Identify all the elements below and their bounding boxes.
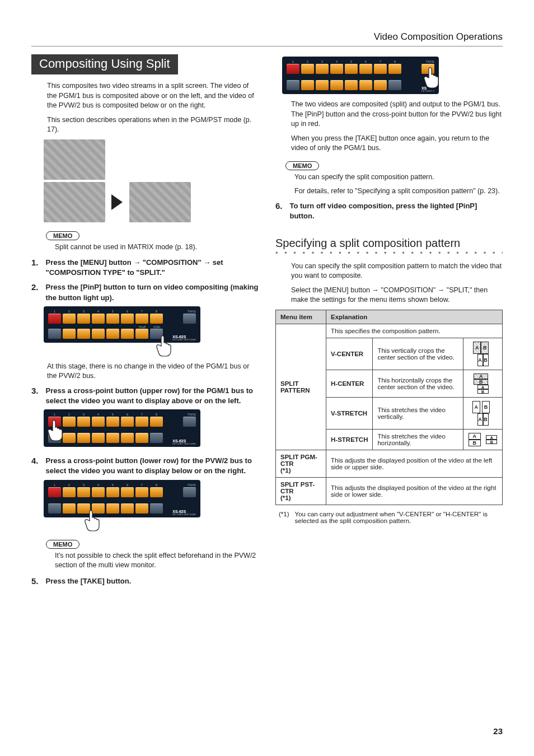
dotted-rule: • • • • • • • • • • • • • • • • • • • • …	[275, 249, 503, 257]
spec-intro-1: You can specify the split composition pa…	[291, 262, 503, 281]
hand-pointer-icon	[153, 335, 174, 357]
switcher-figure-step5: 12345678TAKE XSHD VIDEO S	[282, 57, 439, 94]
hand-pointer-icon	[45, 419, 65, 442]
device-model-label: XS-62SHD VIDEO SWITCHER	[172, 335, 196, 341]
section-header: Video Composition Operations	[31, 31, 503, 46]
arrow-right-icon	[111, 194, 123, 210]
step-5-text: Press the [TAKE] button.	[45, 576, 258, 586]
memo-badge: MEMO	[46, 540, 79, 549]
step-number: 2.	[31, 282, 44, 292]
cell-pgm-desc: This adjusts the displayed position of t…	[326, 450, 503, 477]
intro-para-2: This section describes operations when i…	[47, 115, 259, 135]
step-4-text: Press a cross-point button (lower row) f…	[45, 456, 258, 476]
intro-para-1: This composites two video streams in a s…	[47, 81, 259, 111]
memo-text-2: It's not possible to check the split eff…	[31, 551, 259, 571]
cell-vstretch-desc: This stretches the video vertically.	[373, 397, 463, 429]
step-2-text: Press the [PinP] button to turn on video…	[45, 282, 258, 302]
memo-text-3b: For details, refer to "Specifying a spli…	[294, 186, 503, 197]
vcenter-icon: AB AB	[463, 338, 503, 370]
h2-specifying-pattern: Specifying a split composition pattern	[275, 237, 503, 250]
spec-comp-pattern-text: This specifies the composition pattern.	[326, 324, 503, 338]
cell-hcenter: H-CENTER	[326, 370, 373, 397]
vstretch-icon: A B AB	[463, 397, 503, 429]
hand-pointer-icon	[82, 510, 102, 532]
hcenter-icon: A B A B	[463, 370, 503, 397]
th-explanation: Explanation	[326, 310, 503, 324]
step-number: 6.	[275, 201, 288, 211]
step-number: 3.	[31, 386, 44, 395]
row-split-pattern: SPLIT PATTERN	[276, 324, 326, 450]
memo-text-3a: You can specify the split composition pa…	[294, 172, 503, 183]
cell-hcenter-desc: This horizontally crops the center secti…	[373, 370, 463, 397]
memo-badge: MEMO	[46, 231, 79, 240]
cell-vstretch: V-STRETCH	[326, 397, 373, 429]
step-3-text: Press a cross-point button (upper row) f…	[45, 386, 258, 406]
footnote-ref: (*1)	[279, 511, 289, 524]
cell-pst-desc: This adjusts the displayed position of t…	[326, 477, 503, 505]
after-take-2: When you press the [TAKE] button once ag…	[291, 134, 503, 153]
h1-compositing-split: Compositing Using Split	[31, 54, 178, 74]
switcher-figure-step2: 12345678TAKE PinP DSK XS-62SHD VIDEO SWI…	[44, 306, 200, 343]
switcher-figure-step3: 12345678TAKE XS-62SHD VIDEO SWITCHER	[44, 409, 200, 447]
switcher-figure-step4: 12345678TAKE XS-62SHD VIDEO SWITCHER	[44, 480, 200, 517]
spec-intro-2: Select the [MENU] button → "COMPOSITION"…	[291, 286, 503, 305]
step-1-text: Press the [MENU] button → "COMPOSITION" …	[45, 258, 258, 278]
step-number: 5.	[31, 576, 44, 586]
split-example-figure	[44, 139, 259, 222]
split-pattern-table: Menu item Explanation SPLIT PATTERN This…	[275, 310, 503, 505]
memo-text-1: Split cannot be used in MATRIX mode (p. …	[31, 242, 259, 253]
row-split-pst-ctr: SPLIT PST-CTR (*1)	[276, 477, 326, 505]
step-6-text: To turn off video composition, press the…	[289, 201, 502, 221]
th-menu-item: Menu item	[276, 310, 326, 324]
hstretch-icon: A B A B	[463, 429, 503, 450]
after-take-1: The two videos are composited (split) an…	[291, 100, 503, 129]
footnote-text: You can carry out adjustment when "V-CEN…	[295, 511, 503, 524]
cell-hstretch-desc: This stretches the video horizontally.	[373, 429, 463, 450]
cell-hstretch: H-STRETCH	[326, 429, 373, 450]
hand-pointer-icon	[421, 67, 441, 89]
footnote: (*1) You can carry out adjustment when "…	[275, 511, 503, 524]
cell-vcenter-desc: This vertically crops the center section…	[373, 338, 463, 370]
step-number: 4.	[31, 456, 44, 465]
cell-vcenter: V-CENTER	[326, 338, 373, 370]
row-split-pgm-ctr: SPLIT PGM-CTR (*1)	[276, 450, 326, 477]
step-number: 1.	[31, 258, 44, 267]
step2-followup: At this stage, there is no change in the…	[31, 362, 259, 381]
page-number: 23	[493, 726, 503, 736]
memo-badge: MEMO	[285, 161, 319, 170]
